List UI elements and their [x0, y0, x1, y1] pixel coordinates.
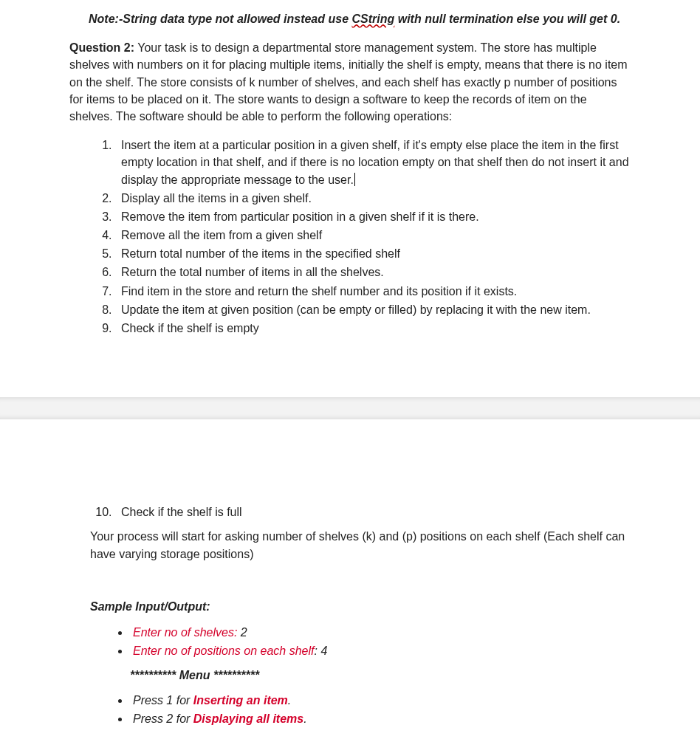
operation-text: Remove all the item from a given shelf: [121, 229, 322, 241]
sample-suffix: : 4: [315, 645, 328, 657]
list-item: Press 2 for Displaying all items.: [130, 710, 631, 727]
operation-text: Return the total number of items in all …: [121, 266, 384, 278]
operation-text: Insert the item at a particular position…: [121, 139, 629, 185]
operation-text: Check if the shelf is full: [121, 506, 242, 518]
bottom-margin-space: [0, 338, 700, 397]
operations-list-continued: Check if the shelf is full: [77, 504, 631, 520]
list-item: Insert the item at a particular position…: [115, 137, 631, 188]
operation-text: Remove the item from particular position…: [121, 210, 479, 223]
top-margin-space: [0, 419, 700, 493]
page-content-top: Note:-String data type not allowed inste…: [0, 0, 700, 337]
list-item: Remove all the item from a given shelf: [115, 227, 631, 244]
menu-prefix: Press 1 for: [133, 694, 193, 707]
list-item: Display all the items in a given shelf.: [115, 190, 631, 207]
operation-text: Update the item at given position (can b…: [121, 303, 591, 316]
list-item: Check if the shelf is full: [115, 504, 631, 520]
page-content-bottom: Check if the shelf is full Your process …: [0, 493, 700, 727]
menu-period: .: [303, 712, 306, 725]
menu-action: Inserting an item: [193, 694, 288, 707]
list-item: Enter no of positions on each shelf: 4: [130, 642, 631, 659]
list-item: Find item in the store and return the sh…: [115, 283, 631, 300]
list-item: Enter no of shelves: 2: [130, 624, 631, 641]
menu-header-line: ********** Menu **********: [130, 667, 631, 684]
list-item: Check if the shelf is empty: [115, 320, 631, 337]
note-suffix: with null termination else you will get …: [394, 13, 620, 25]
list-item: Update the item at given position (can b…: [115, 301, 631, 318]
page-break-gap: [0, 397, 700, 419]
sample-io-heading: Sample Input/Output:: [90, 598, 631, 615]
document-page: Note:-String data type not allowed inste…: [0, 0, 700, 727]
list-item: Return total number of the items in the …: [115, 245, 631, 262]
question-paragraph: Question 2: Your task is to design a dep…: [69, 39, 631, 125]
operation-text: Display all the items in a given shelf.: [121, 192, 312, 205]
sample-input-list: Enter no of shelves: 2 Enter no of posit…: [111, 624, 631, 659]
list-item: Return the total number of items in all …: [115, 264, 631, 281]
note-squiggle-word: CString: [351, 13, 394, 25]
sample-label: Enter no of shelves:: [133, 626, 237, 639]
menu-period: .: [288, 694, 291, 707]
sample-label: Enter no of positions on each shelf: [133, 645, 315, 657]
process-paragraph: Your process will start for asking numbe…: [90, 528, 631, 562]
operation-text: Return total number of the items in the …: [121, 247, 400, 260]
menu-items-list: Press 1 for Inserting an item. Press 2 f…: [111, 692, 631, 727]
note-line: Note:-String data type not allowed inste…: [89, 10, 631, 27]
list-item: Press 1 for Inserting an item.: [130, 692, 631, 709]
note-prefix: Note:-String data type not allowed inste…: [89, 13, 351, 25]
operations-list-top: Insert the item at a particular position…: [77, 137, 631, 337]
menu-prefix: Press 2 for: [133, 712, 193, 725]
question-label: Question 2:: [69, 41, 134, 54]
question-body: Your task is to design a departmental st…: [69, 41, 628, 123]
list-item: Remove the item from particular position…: [115, 208, 631, 225]
operation-text: Find item in the store and return the sh…: [121, 285, 517, 298]
sample-value: 2: [237, 626, 247, 639]
operation-text: Check if the shelf is empty: [121, 322, 259, 334]
menu-action: Displaying all items: [193, 712, 303, 725]
